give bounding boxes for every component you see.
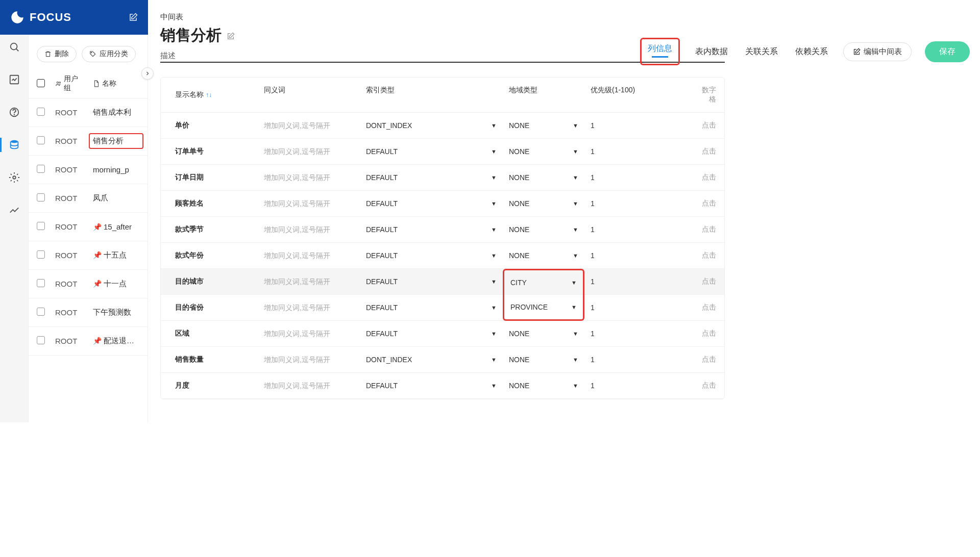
synonym-input[interactable] — [264, 303, 354, 312]
priority-input[interactable]: 1 — [591, 147, 595, 156]
index-select[interactable]: DEFAULT▼ — [366, 225, 497, 234]
tab-table-data[interactable]: 表内数据 — [693, 42, 730, 61]
table-row: 区域 DEFAULT▼ NONE▼ 1 点击 — [161, 321, 724, 347]
row-checkbox[interactable] — [37, 136, 45, 144]
priority-input[interactable]: 1 — [591, 303, 595, 312]
synonym-input[interactable] — [264, 382, 354, 390]
sidebar-search[interactable] — [0, 40, 28, 54]
region-select[interactable]: NONE▼ — [509, 382, 578, 390]
synonym-input[interactable] — [264, 356, 354, 364]
priority-input[interactable]: 1 — [591, 330, 595, 338]
collapse-button[interactable] — [141, 67, 154, 80]
tab-col-info[interactable]: 列信息 — [640, 38, 680, 65]
priority-input[interactable]: 1 — [591, 225, 595, 234]
list-row[interactable]: ROOT 销售成本利 — [29, 98, 148, 127]
index-select[interactable]: DEFAULT▼ — [366, 330, 497, 338]
cell-num-format[interactable]: 点击 — [692, 269, 724, 294]
list-row[interactable]: ROOT 📌十一点 — [29, 270, 148, 298]
row-name: 凤爪 — [93, 193, 139, 203]
index-select[interactable]: DEFAULT▼ — [366, 382, 497, 390]
region-select[interactable]: CITY▼ — [510, 278, 577, 287]
list-row[interactable]: ROOT 凤爪 — [29, 184, 148, 213]
cell-num-format[interactable]: 点击 — [692, 321, 724, 346]
cell-index: DEFAULT▼ — [360, 243, 503, 268]
cell-index: DEFAULT▼ — [360, 295, 503, 320]
synonym-input[interactable] — [264, 251, 354, 260]
list-row[interactable]: ROOT 📌十五点 — [29, 241, 148, 270]
synonym-input[interactable] — [264, 147, 354, 156]
synonym-input[interactable] — [264, 199, 354, 208]
region-select[interactable]: PROVINCE▼ — [510, 303, 577, 311]
synonym-input[interactable] — [264, 277, 354, 286]
header-edit-icon[interactable] — [129, 13, 138, 22]
row-checkbox[interactable] — [37, 222, 45, 230]
priority-input[interactable]: 1 — [591, 173, 595, 182]
row-checkbox[interactable] — [37, 279, 45, 287]
priority-input[interactable]: 1 — [591, 251, 595, 260]
index-select[interactable]: DEFAULT▼ — [366, 173, 497, 182]
row-checkbox[interactable] — [37, 108, 45, 116]
sidebar-settings[interactable] — [0, 170, 28, 185]
list-row[interactable]: ROOT 📌15_after — [29, 213, 148, 241]
region-select[interactable]: NONE▼ — [509, 121, 578, 130]
row-checkbox[interactable] — [37, 250, 45, 259]
index-select[interactable]: DONT_INDEX▼ — [366, 121, 497, 130]
row-checkbox[interactable] — [37, 308, 45, 316]
list-row[interactable]: ROOT 销售分析 — [29, 127, 148, 156]
row-name: morning_p — [93, 165, 139, 174]
delete-button[interactable]: 删除 — [37, 46, 77, 62]
col-display-name[interactable]: 显示名称 ↑↓ — [161, 78, 258, 112]
list-row[interactable]: ROOT 📌配送退货数 — [29, 327, 148, 356]
index-select[interactable]: DEFAULT▼ — [366, 147, 497, 156]
sidebar-data[interactable] — [0, 138, 28, 152]
cell-num-format[interactable]: 点击 — [692, 373, 724, 398]
list-row[interactable]: ROOT 下午预测数 — [29, 298, 148, 327]
cell-region: NONE▼ — [503, 321, 584, 346]
cell-num-format[interactable]: 点击 — [692, 165, 724, 190]
synonym-input[interactable] — [264, 225, 354, 234]
synonym-input[interactable] — [264, 121, 354, 130]
trash-icon — [44, 50, 52, 58]
priority-input[interactable]: 1 — [591, 277, 595, 286]
cell-index: DEFAULT▼ — [360, 165, 503, 190]
region-select[interactable]: NONE▼ — [509, 251, 578, 260]
synonym-input[interactable] — [264, 330, 354, 338]
region-select[interactable]: NONE▼ — [509, 330, 578, 338]
region-select[interactable]: NONE▼ — [509, 147, 578, 156]
region-select[interactable]: NONE▼ — [509, 225, 578, 234]
sidebar-help[interactable] — [0, 105, 28, 119]
row-name: 📌十五点 — [93, 250, 139, 260]
synonym-input[interactable] — [264, 173, 354, 182]
category-button[interactable]: 应用分类 — [82, 46, 136, 62]
cell-num-format[interactable]: 点击 — [692, 113, 724, 138]
index-select[interactable]: DEFAULT▼ — [366, 303, 497, 312]
region-select[interactable]: NONE▼ — [509, 356, 578, 364]
index-select[interactable]: DEFAULT▼ — [366, 277, 497, 286]
index-select[interactable]: DEFAULT▼ — [366, 251, 497, 260]
cell-num-format[interactable]: 点击 — [692, 217, 724, 242]
row-name: 销售成本利 — [93, 108, 139, 117]
sidebar-chart[interactable] — [0, 72, 28, 87]
row-checkbox[interactable] — [37, 336, 45, 344]
index-select[interactable]: DONT_INDEX▼ — [366, 356, 497, 364]
priority-input[interactable]: 1 — [591, 121, 595, 130]
cell-num-format[interactable]: 点击 — [692, 191, 724, 216]
priority-input[interactable]: 1 — [591, 199, 595, 208]
index-select[interactable]: DEFAULT▼ — [366, 199, 497, 208]
cell-num-format[interactable]: 点击 — [692, 243, 724, 268]
row-name: 下午预测数 — [93, 308, 139, 317]
table-row: 目的省份 DEFAULT▼ PROVINCE▼ 1 点击 — [161, 295, 724, 321]
priority-input[interactable]: 1 — [591, 356, 595, 364]
list-row[interactable]: ROOT morning_p — [29, 156, 148, 184]
row-checkbox[interactable] — [37, 165, 45, 173]
title-edit-icon[interactable] — [227, 32, 235, 40]
cell-num-format[interactable]: 点击 — [692, 295, 724, 320]
sidebar-trend[interactable] — [0, 203, 28, 217]
priority-input[interactable]: 1 — [591, 382, 595, 390]
region-select[interactable]: NONE▼ — [509, 199, 578, 208]
select-all-checkbox[interactable] — [37, 79, 45, 87]
region-select[interactable]: NONE▼ — [509, 173, 578, 182]
row-checkbox[interactable] — [37, 193, 45, 201]
cell-num-format[interactable]: 点击 — [692, 139, 724, 164]
cell-num-format[interactable]: 点击 — [692, 347, 724, 372]
